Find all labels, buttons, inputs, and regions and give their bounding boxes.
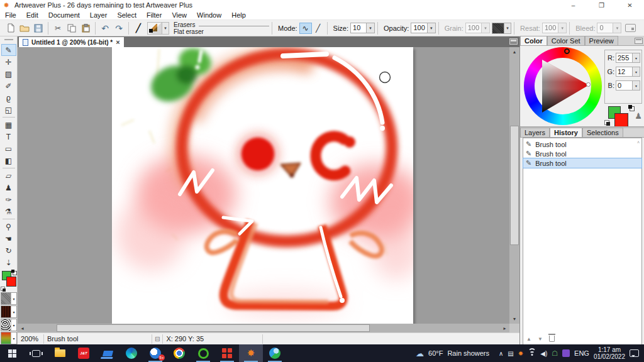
tray-expand-icon[interactable]: ∧ — [499, 350, 503, 357]
tool-gradient[interactable]: ◧ — [1, 155, 16, 167]
grid-app-button[interactable] — [215, 344, 239, 362]
artweaver-tray-icon[interactable]: ✸ — [518, 350, 523, 357]
tab-preview[interactable]: Preview — [585, 36, 618, 45]
horizontal-scrollbar[interactable]: ◂ ▸ — [18, 324, 509, 332]
palette-grip[interactable] — [4, 39, 13, 40]
task-view-button[interactable] — [24, 344, 48, 362]
scroll-down-icon[interactable]: ▾ — [509, 314, 519, 324]
tool-lasso[interactable]: ϱ — [1, 92, 16, 104]
cut-button[interactable]: ✂ — [51, 22, 65, 35]
tool-shape[interactable]: ▭ — [1, 143, 16, 155]
brush-preset-button[interactable]: ▾ — [147, 22, 169, 35]
background-color-swatch[interactable] — [614, 113, 628, 127]
language-indicator[interactable]: ENG — [574, 349, 589, 357]
freehand-mode-button[interactable]: ∿ — [299, 23, 312, 34]
swap-colors-icon[interactable] — [604, 120, 609, 125]
brush-stroke-icon[interactable]: ╱ — [131, 22, 145, 35]
tab-history[interactable]: History — [550, 128, 582, 137]
green-app-button[interactable] — [191, 344, 215, 362]
tool-clone[interactable]: ♟ — [1, 182, 16, 194]
canvas[interactable] — [112, 47, 413, 324]
tool-eyedropper[interactable]: ✑ — [1, 194, 16, 206]
grain-texture-button[interactable]: ▾ — [492, 23, 511, 34]
wifi-icon[interactable] — [528, 350, 536, 356]
tool-rotate[interactable]: ↻ — [1, 244, 16, 256]
save-button[interactable] — [31, 22, 45, 35]
device-app-button[interactable] — [96, 344, 119, 362]
menu-select[interactable]: Select — [112, 11, 142, 19]
menu-edit[interactable]: Edit — [21, 11, 43, 19]
paper-selector-button[interactable]: ▾ — [1, 292, 17, 305]
scroll-up-icon[interactable]: ▴ — [509, 47, 519, 57]
tab-selections[interactable]: Selections — [582, 128, 623, 137]
opacity-input[interactable]: 100▾ — [411, 23, 435, 33]
security-shield-icon[interactable]: ☖ — [552, 349, 558, 358]
scroll-left-icon[interactable]: ◂ — [18, 324, 27, 332]
paste-button[interactable] — [79, 22, 92, 35]
step-back-button[interactable]: ▲ — [526, 336, 531, 342]
saturation-marker[interactable] — [586, 82, 591, 87]
chevron-down-icon[interactable]: ▾ — [162, 23, 169, 34]
jt-express-button[interactable]: J&T — [72, 344, 96, 362]
panel-toggle-icon[interactable] — [509, 38, 518, 45]
start-button[interactable] — [0, 344, 24, 362]
menu-document[interactable]: Document — [43, 11, 85, 19]
tool-brush[interactable]: ✎ — [1, 44, 16, 56]
tray-app-icon[interactable] — [562, 349, 570, 357]
red-input[interactable]: 255▾ — [616, 53, 640, 63]
line-mode-button[interactable]: ╱ — [312, 23, 325, 34]
scroll-up-icon[interactable]: ˄ — [637, 140, 640, 145]
copy-button[interactable] — [65, 22, 79, 35]
tool-fill[interactable]: ⚗ — [1, 206, 16, 217]
vertical-scrollbar[interactable]: ▴ ▾ — [509, 47, 519, 324]
tab-layers[interactable]: Layers — [520, 128, 550, 137]
tool-magic-wand[interactable]: ✐ — [1, 80, 16, 92]
horizontal-scroll-thumb[interactable] — [57, 324, 370, 332]
artweaver-taskbar-button[interactable]: ✸ — [239, 344, 263, 362]
minimize-button[interactable]: – — [559, 0, 587, 10]
brush-selector[interactable]: Erasers Flat eraser — [174, 21, 269, 35]
redo-button[interactable]: ↷ — [112, 22, 126, 35]
scroll-right-icon[interactable]: ▸ — [500, 324, 509, 332]
weather-icon[interactable]: ☁ — [416, 349, 424, 358]
chevron-down-icon[interactable]: ▾ — [366, 23, 374, 33]
weather-temp[interactable]: 60°F — [428, 349, 443, 357]
default-colors-icon[interactable] — [13, 271, 17, 275]
tool-text[interactable]: T — [1, 131, 16, 143]
notification-center-icon[interactable] — [630, 349, 639, 357]
chrome-button[interactable] — [167, 344, 191, 362]
chevron-down-icon[interactable]: ▾ — [632, 67, 640, 76]
tool-pattern[interactable]: ▦ — [1, 119, 16, 131]
chevron-down-icon[interactable]: ▾ — [11, 319, 16, 331]
tool-more[interactable]: ⇣ — [1, 256, 16, 268]
tool-zoom[interactable]: ⚲ — [1, 221, 16, 233]
vertical-scroll-thumb[interactable] — [510, 126, 519, 245]
undo-button[interactable]: ↶ — [98, 22, 112, 35]
swap-colors-icon[interactable] — [1, 287, 5, 291]
menu-layer[interactable]: Layer — [85, 11, 113, 19]
open-button[interactable] — [18, 22, 31, 35]
background-color-swatch[interactable] — [6, 277, 16, 287]
close-icon[interactable]: × — [116, 38, 119, 46]
canvas-viewport[interactable] — [18, 47, 509, 324]
tool-move[interactable]: ✛ — [1, 56, 16, 68]
step-forward-button[interactable]: ▼ — [538, 336, 543, 342]
hue-marker[interactable] — [564, 48, 570, 54]
tool-select[interactable]: ▨ — [1, 68, 16, 80]
restore-button[interactable]: ❐ — [587, 0, 616, 10]
close-button[interactable]: ✕ — [616, 0, 644, 10]
chevron-down-icon[interactable]: ▾ — [11, 306, 16, 317]
history-item[interactable]: ✎Brush tool — [523, 140, 641, 149]
delete-history-icon[interactable] — [549, 336, 555, 342]
default-colors-icon[interactable] — [630, 106, 635, 111]
messenger-app-button[interactable]: 5+ — [143, 344, 167, 362]
weather-condition[interactable]: Rain showers — [447, 349, 489, 357]
globe-app-button[interactable] — [263, 344, 287, 362]
edge-button[interactable] — [119, 344, 143, 362]
menu-filter[interactable]: Filter — [142, 11, 167, 19]
chevron-down-icon[interactable]: ▾ — [504, 23, 511, 33]
history-item-selected[interactable]: ✎Brush tool — [523, 158, 641, 168]
menu-file[interactable]: File — [0, 11, 21, 19]
tool-eraser[interactable]: ▱ — [1, 170, 16, 182]
clock[interactable]: 1:17 am 01/02/2022 — [594, 346, 625, 360]
